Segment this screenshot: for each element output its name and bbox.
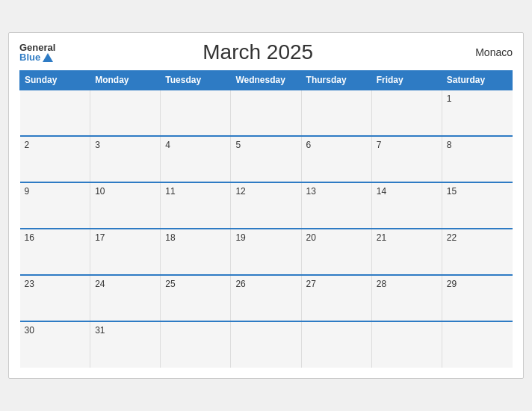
calendar-week-row: 3031 [20, 321, 513, 368]
day-number: 11 [165, 186, 175, 197]
day-number: 4 [165, 140, 170, 150]
calendar-body: 1234567891011121314151617181920212223242… [20, 90, 513, 368]
day-number: 27 [306, 279, 316, 289]
calendar-cell: 18 [161, 229, 231, 275]
calendar-cell: 15 [442, 182, 512, 229]
calendar-title: March 2025 [55, 40, 460, 64]
day-number: 3 [95, 140, 100, 150]
day-number: 17 [95, 232, 105, 243]
weekday-header-sunday: Sunday [20, 71, 90, 90]
calendar-cell [231, 321, 301, 368]
weekday-header-row: SundayMondayTuesdayWednesdayThursdayFrid… [20, 71, 513, 90]
calendar-cell: 12 [231, 182, 301, 229]
day-number: 23 [25, 279, 34, 289]
calendar-week-row: 2345678 [20, 136, 513, 182]
day-number: 21 [377, 232, 386, 243]
day-number: 26 [235, 279, 245, 289]
calendar-cell [161, 321, 231, 368]
weekday-header-monday: Monday [90, 71, 161, 90]
day-number: 16 [25, 232, 34, 243]
weekday-header-tuesday: Tuesday [161, 71, 231, 90]
calendar-cell: 9 [20, 182, 90, 229]
day-number: 9 [25, 186, 30, 197]
calendar-cell: 4 [161, 136, 231, 182]
day-number: 18 [165, 232, 175, 243]
day-number: 1 [447, 93, 452, 104]
day-number: 29 [447, 279, 457, 289]
calendar-cell: 17 [90, 229, 161, 275]
calendar-cell: 3 [90, 136, 161, 182]
day-number: 30 [25, 325, 34, 336]
calendar-cell [371, 321, 442, 368]
calendar-header: General Blue March 2025 Monaco [19, 40, 513, 64]
calendar-week-row: 16171819202122 [20, 229, 513, 275]
calendar-cell [442, 321, 512, 368]
day-number: 12 [235, 186, 245, 197]
weekday-header-saturday: Saturday [442, 71, 512, 90]
day-number: 13 [306, 186, 316, 197]
calendar-cell: 6 [301, 136, 371, 182]
calendar-cell: 27 [301, 275, 371, 321]
calendar-week-row: 9101112131415 [20, 182, 513, 229]
calendar-cell: 11 [161, 182, 231, 229]
calendar-cell: 29 [442, 275, 512, 321]
logo-area: General Blue [19, 43, 55, 62]
weekday-header-friday: Friday [371, 71, 442, 90]
day-number: 10 [95, 186, 105, 197]
calendar-cell: 16 [20, 229, 90, 275]
calendar-cell: 21 [371, 229, 442, 275]
calendar-cell: 26 [231, 275, 301, 321]
logo-triangle-icon [43, 53, 53, 62]
calendar-cell: 8 [442, 136, 512, 182]
calendar-week-row: 23242526272829 [20, 275, 513, 321]
day-number: 28 [377, 279, 386, 289]
calendar-cell: 5 [231, 136, 301, 182]
calendar-cell: 24 [90, 275, 161, 321]
day-number: 15 [447, 186, 457, 197]
calendar-container: General Blue March 2025 Monaco SundayMon… [8, 32, 524, 379]
calendar-cell: 7 [371, 136, 442, 182]
calendar-cell [371, 90, 442, 136]
day-number: 7 [377, 140, 382, 150]
calendar-cell: 14 [371, 182, 442, 229]
calendar-cell: 28 [371, 275, 442, 321]
calendar-cell: 22 [442, 229, 512, 275]
calendar-cell: 25 [161, 275, 231, 321]
day-number: 6 [306, 140, 312, 150]
day-number: 2 [25, 140, 30, 150]
calendar-cell [301, 90, 371, 136]
calendar-cell [20, 90, 90, 136]
calendar-cell: 13 [301, 182, 371, 229]
calendar-cell: 30 [20, 321, 90, 368]
calendar-cell: 31 [90, 321, 161, 368]
day-number: 22 [447, 232, 457, 243]
day-number: 24 [95, 279, 105, 289]
calendar-grid: SundayMondayTuesdayWednesdayThursdayFrid… [19, 70, 513, 368]
day-number: 19 [235, 232, 245, 243]
calendar-location: Monaco [460, 46, 513, 58]
day-number: 5 [235, 140, 241, 150]
calendar-week-row: 1 [20, 90, 513, 136]
day-number: 31 [95, 325, 105, 336]
calendar-cell: 2 [20, 136, 90, 182]
weekday-header-thursday: Thursday [301, 71, 371, 90]
calendar-cell [161, 90, 231, 136]
calendar-cell: 1 [442, 90, 512, 136]
day-number: 14 [377, 186, 386, 197]
calendar-cell: 10 [90, 182, 161, 229]
calendar-cell: 20 [301, 229, 371, 275]
day-number: 8 [447, 140, 452, 150]
calendar-cell [90, 90, 161, 136]
day-number: 25 [165, 279, 175, 289]
day-number: 20 [306, 232, 316, 243]
logo-blue: Blue [19, 52, 53, 62]
calendar-cell: 23 [20, 275, 90, 321]
calendar-cell: 19 [231, 229, 301, 275]
calendar-cell [301, 321, 371, 368]
calendar-cell [231, 90, 301, 136]
weekday-header-wednesday: Wednesday [231, 71, 301, 90]
